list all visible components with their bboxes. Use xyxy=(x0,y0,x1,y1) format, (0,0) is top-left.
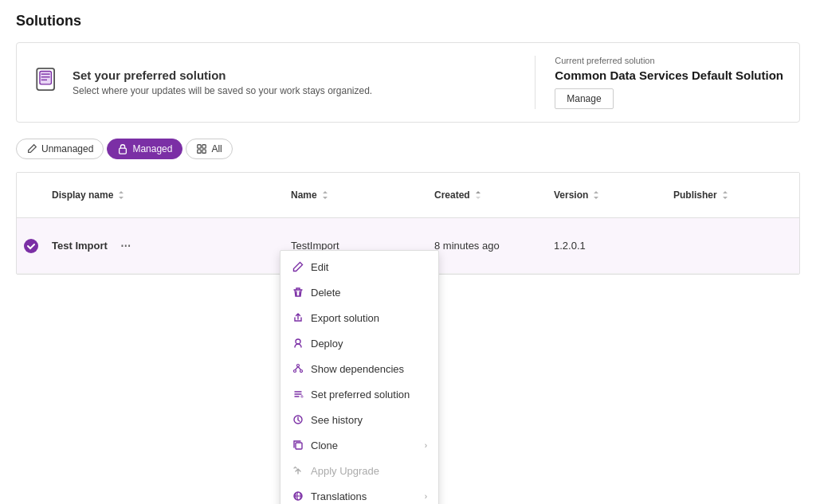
banner-left: Set your preferred solution Select where… xyxy=(33,67,372,99)
sort-icon xyxy=(116,190,126,200)
menu-hist-label: See history xyxy=(311,414,363,426)
row-created: 8 minutes ago xyxy=(428,233,547,258)
menu-item-delete[interactable]: Delete xyxy=(280,279,438,305)
menu-trans-label: Translations xyxy=(311,490,367,502)
row-display-name[interactable]: Test Import ⋯ xyxy=(45,230,284,261)
menu-item-trans-left: Translations xyxy=(292,490,367,502)
sort-icon-publisher xyxy=(720,190,730,200)
menu-item-deps-left: Show dependencies xyxy=(292,362,404,375)
svg-rect-9 xyxy=(202,150,206,153)
solution-icon xyxy=(33,67,61,99)
clone-chevron-icon: › xyxy=(425,441,427,450)
svg-line-15 xyxy=(296,367,299,370)
svg-line-16 xyxy=(298,367,301,370)
page-title: Solutions xyxy=(16,13,800,29)
menu-edit-label: Edit xyxy=(311,261,328,273)
row-solution-check: Checked by publisher xyxy=(810,221,816,270)
grid-icon xyxy=(196,143,207,154)
dependencies-icon xyxy=(292,362,304,375)
sort-icon-created xyxy=(473,190,483,200)
banner-heading: Set your preferred solution xyxy=(73,68,372,82)
menu-item-export-left: Export solution xyxy=(292,311,379,324)
sort-icon-name xyxy=(320,190,330,200)
translations-icon xyxy=(292,490,304,502)
svg-point-13 xyxy=(294,370,296,373)
filter-all[interactable]: All xyxy=(186,139,232,159)
menu-item-upgrade[interactable]: Apply Upgrade xyxy=(280,458,438,483)
menu-item-history[interactable]: See history xyxy=(280,407,438,432)
menu-item-delete-left: Delete xyxy=(292,286,341,299)
svg-point-12 xyxy=(297,365,300,367)
svg-point-10 xyxy=(24,239,38,253)
clone-icon xyxy=(292,439,304,451)
menu-delete-label: Delete xyxy=(311,287,341,299)
svg-point-11 xyxy=(296,339,300,344)
banner-description: Select where your updates will be saved … xyxy=(73,85,372,96)
row-version: 1.2.0.1 xyxy=(547,233,667,258)
menu-upgrade-label: Apply Upgrade xyxy=(311,465,379,477)
main-page: Solutions Set your preferred solution Se… xyxy=(0,0,816,287)
context-menu: Edit Delete xyxy=(280,250,439,504)
filter-unmanaged-label: Unmanaged xyxy=(41,143,93,154)
filter-unmanaged[interactable]: Unmanaged xyxy=(16,139,104,159)
history-icon xyxy=(292,413,304,426)
svg-rect-1 xyxy=(40,71,52,84)
menu-item-clone[interactable]: Clone › xyxy=(280,432,438,458)
th-publisher[interactable]: Publisher xyxy=(667,179,810,211)
edit-icon xyxy=(292,260,304,273)
current-solution-name: Common Data Services Default Solution xyxy=(555,68,783,82)
upgrade-icon xyxy=(292,464,304,477)
check-circle-icon xyxy=(24,239,38,253)
filter-managed[interactable]: Managed xyxy=(107,139,182,159)
export-icon xyxy=(292,311,304,324)
filter-all-label: All xyxy=(211,143,222,154)
menu-item-deploy-left: Deploy xyxy=(292,337,343,350)
current-label: Current preferred solution xyxy=(555,56,783,65)
row-check xyxy=(17,232,45,260)
preferred-solution-banner: Set your preferred solution Select where… xyxy=(16,42,800,123)
svg-rect-5 xyxy=(120,148,127,154)
row-publisher xyxy=(667,240,810,252)
banner-text: Set your preferred solution Select where… xyxy=(73,68,372,96)
th-name[interactable]: Name xyxy=(284,179,428,211)
deploy-icon xyxy=(292,337,304,350)
delete-icon xyxy=(292,286,304,299)
table-row: Test Import ⋯ TestImport 8 minutes ago 1… xyxy=(17,218,799,274)
menu-item-hist-left: See history xyxy=(292,413,363,426)
th-version[interactable]: Version xyxy=(547,179,667,211)
svg-rect-18 xyxy=(296,443,302,449)
menu-export-label: Export solution xyxy=(311,312,379,324)
menu-item-deploy[interactable]: Deploy xyxy=(280,330,438,356)
menu-item-edit[interactable]: Edit xyxy=(280,254,438,279)
menu-deploy-label: Deploy xyxy=(311,338,343,350)
filter-managed-label: Managed xyxy=(132,143,172,154)
filter-bar: Unmanaged Managed All xyxy=(16,139,800,159)
svg-rect-8 xyxy=(198,150,201,153)
table-header: Display name Name Created Version Publis… xyxy=(17,173,799,218)
menu-pref-label: Set preferred solution xyxy=(311,389,410,400)
sort-icon-version xyxy=(591,190,601,200)
solutions-table: Display name Name Created Version Publis… xyxy=(16,172,800,275)
th-check xyxy=(17,179,45,211)
menu-clone-label: Clone xyxy=(311,440,338,451)
svg-rect-6 xyxy=(198,145,201,148)
pencil-small-icon xyxy=(26,143,37,154)
th-solution-check: Solution check xyxy=(810,179,816,211)
menu-item-dependencies[interactable]: Show dependencies xyxy=(280,356,438,381)
menu-item-export[interactable]: Export solution xyxy=(280,305,438,330)
lock-icon xyxy=(117,143,128,154)
menu-item-edit-left: Edit xyxy=(292,260,328,273)
menu-item-clone-left: Clone xyxy=(292,439,338,451)
th-created[interactable]: Created xyxy=(428,179,547,211)
manage-button[interactable]: Manage xyxy=(555,88,613,109)
menu-item-translations[interactable]: Translations › xyxy=(280,483,438,504)
svg-point-14 xyxy=(300,370,303,373)
menu-item-preferred[interactable]: Set preferred solution xyxy=(280,381,438,407)
menu-item-upgrade-left: Apply Upgrade xyxy=(292,464,379,477)
banner-right: Current preferred solution Common Data S… xyxy=(535,56,783,109)
svg-rect-7 xyxy=(202,145,206,148)
preferred-icon xyxy=(292,388,304,400)
row-more-button[interactable]: ⋯ xyxy=(114,236,137,255)
th-display-name[interactable]: Display name xyxy=(45,179,284,211)
translations-chevron-icon: › xyxy=(425,492,427,501)
